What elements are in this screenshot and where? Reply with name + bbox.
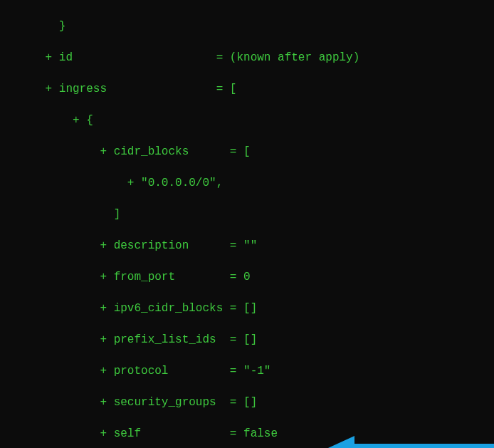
brace-close: }: [4, 20, 65, 33]
brace-open: {: [86, 114, 93, 127]
line: + from_port = 0: [4, 269, 494, 285]
attr-id: id = (known after apply): [59, 51, 359, 64]
line: + ingress = [: [4, 81, 494, 97]
plus-icon: +: [4, 51, 59, 64]
attr-security-groups: security_groups = []: [114, 396, 258, 409]
terminal-output: } + id = (known after apply) + ingress =…: [0, 0, 494, 448]
plus-icon: +: [4, 333, 114, 346]
attr-description: description = "": [114, 239, 258, 252]
plus-icon: +: [4, 302, 114, 315]
plus-icon: +: [4, 271, 114, 283]
line: + cidr_blocks = [: [4, 144, 494, 160]
bracket-close: ]: [4, 208, 120, 221]
plus-icon: +: [4, 239, 114, 252]
attr-protocol: protocol = "-1": [114, 365, 271, 377]
line: + ipv6_cidr_blocks = []: [4, 301, 494, 316]
attr-prefix-list-ids: prefix_list_ids = []: [114, 333, 258, 346]
attr-from-port: from_port = 0: [114, 271, 251, 283]
line: ]: [4, 207, 494, 222]
attr-ipv6-cidr-blocks: ipv6_cidr_blocks = []: [114, 302, 258, 315]
line: + {: [4, 113, 494, 128]
plus-icon: +: [4, 177, 141, 189]
plus-icon: +: [4, 83, 59, 95]
line: + self = false: [4, 426, 494, 442]
attr-cidr-blocks: cidr_blocks = [: [114, 145, 251, 158]
line: + prefix_list_ids = []: [4, 332, 494, 348]
line: + id = (known after apply): [4, 50, 494, 66]
line: + "0.0.0.0/0",: [4, 175, 494, 191]
cidr-value: "0.0.0.0/0",: [141, 177, 223, 189]
plus-icon: +: [4, 114, 86, 127]
line: + security_groups = []: [4, 395, 494, 410]
plus-icon: +: [4, 396, 114, 409]
plus-icon: +: [4, 427, 114, 440]
attr-self: self = false: [114, 427, 278, 440]
plus-icon: +: [4, 365, 114, 377]
attr-ingress: ingress = [: [59, 83, 237, 95]
line: + description = "": [4, 238, 494, 254]
line: }: [4, 19, 494, 34]
plus-icon: +: [4, 145, 114, 158]
line: + protocol = "-1": [4, 363, 494, 379]
